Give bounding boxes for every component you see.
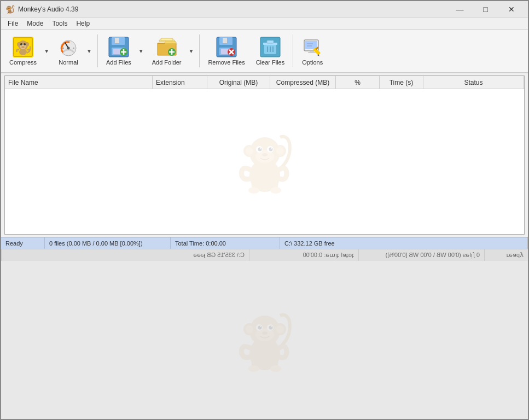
svg-point-81 <box>258 325 261 329</box>
options-label: Options <box>302 59 323 66</box>
sep-2 <box>199 34 200 67</box>
col-filename: File Name <box>5 76 153 89</box>
svg-point-68 <box>271 148 272 149</box>
svg-point-66 <box>269 147 272 151</box>
status-ready: Ready <box>1 237 45 249</box>
svg-rect-28 <box>161 38 173 40</box>
svg-point-60 <box>246 147 253 155</box>
add-folder-label: Add Folder <box>152 59 182 66</box>
svg-point-76 <box>246 325 253 333</box>
add-folder-button[interactable]: Add Folder <box>147 32 187 70</box>
options-icon <box>301 36 323 58</box>
compress-button[interactable]: Compress <box>4 32 42 70</box>
status-bar: Ready 0 files (0.00 MB / 0.00 MB [0.00%]… <box>1 237 528 249</box>
normal-button[interactable]: Normal <box>53 32 84 70</box>
col-ext: Extension <box>153 76 207 89</box>
remove-files-icon <box>216 36 237 58</box>
normal-arrow-icon: ▼ <box>86 48 92 54</box>
svg-point-82 <box>269 325 272 329</box>
svg-point-11 <box>19 49 27 55</box>
status-drive: C:\ 332.12 GB free <box>280 237 528 249</box>
svg-point-83 <box>260 326 261 327</box>
file-list-body <box>5 89 524 234</box>
content-area: File Name Extension Original (MB) Compre… <box>1 73 528 419</box>
add-files-icon <box>108 36 130 58</box>
svg-rect-21 <box>115 38 119 43</box>
remove-files-label: Remove Files <box>208 59 245 66</box>
status-files: 0 files (0.00 MB / 0.00 MB [0.00%]) <box>45 237 171 249</box>
normal-icon <box>57 36 79 58</box>
menu-mode[interactable]: Mode <box>22 18 48 30</box>
status-time: Total Time: 0:00.00 <box>171 237 280 249</box>
normal-label: Normal <box>59 59 78 66</box>
menu-help[interactable]: Help <box>72 18 94 30</box>
add-files-button[interactable]: Add Files <box>101 32 136 70</box>
compress-group: Compress ▼ <box>4 32 51 70</box>
file-list-header: File Name Extension Original (MB) Compre… <box>5 76 524 89</box>
minimize-button[interactable]: — <box>447 3 472 15</box>
add-folder-arrow-icon: ▼ <box>189 48 194 54</box>
compress-icon-svg <box>13 37 33 57</box>
menu-tools[interactable]: Tools <box>48 18 72 30</box>
title-controls: — □ ✕ <box>447 3 524 15</box>
main-window: 🐒 Monkey's Audio 4.39 — □ ✕ File Mode To… <box>0 0 529 420</box>
remove-files-button[interactable]: Remove Files <box>203 32 249 70</box>
svg-point-65 <box>258 147 261 151</box>
add-files-label: Add Files <box>106 59 131 66</box>
normal-group: Normal ▼ <box>53 32 94 70</box>
sep-3 <box>293 34 293 67</box>
status-bar-reflected: ʎpɐǝɹ 0 ʃᴉlǝs (0'00 WB \ 0'00 WB [0'00%]… <box>1 249 528 261</box>
normal-dropdown[interactable]: ▼ <box>84 32 94 70</box>
svg-point-9 <box>25 44 25 44</box>
file-list-container: File Name Extension Original (MB) Compre… <box>4 75 525 235</box>
svg-point-7 <box>24 43 26 45</box>
menu-file[interactable]: File <box>3 18 22 30</box>
remove-files-icon-svg <box>216 37 237 57</box>
title-left: 🐒 Monkey's Audio 4.39 <box>5 5 78 14</box>
svg-rect-34 <box>223 38 227 43</box>
add-folder-dropdown[interactable]: ▼ <box>187 32 196 70</box>
svg-rect-43 <box>267 40 274 43</box>
options-icon-svg <box>302 37 323 57</box>
maximize-button[interactable]: □ <box>473 3 498 15</box>
app-icon: 🐒 <box>5 5 15 14</box>
svg-point-70 <box>248 187 259 194</box>
col-comp: Compressed (MB) <box>270 76 336 89</box>
add-files-dropdown[interactable]: ▼ <box>136 32 146 70</box>
add-files-group: Add Files ▼ <box>101 32 146 70</box>
toolbar: Compress ▼ <box>1 30 528 73</box>
add-files-arrow-icon: ▼ <box>138 48 144 54</box>
svg-point-86 <box>248 365 259 372</box>
clear-files-icon <box>259 36 281 58</box>
add-folder-icon-svg <box>156 37 177 57</box>
normal-icon-svg <box>59 37 78 57</box>
svg-point-77 <box>276 325 284 333</box>
add-folder-group: Add Folder ▼ <box>147 32 196 70</box>
svg-point-61 <box>276 147 284 155</box>
menu-bar: File Mode Tools Help <box>1 18 528 30</box>
sep-1 <box>97 34 98 67</box>
add-files-icon-svg <box>108 37 129 57</box>
svg-point-6 <box>20 43 22 45</box>
col-time: Time (s) <box>380 76 423 89</box>
col-status: Status <box>423 76 524 89</box>
status-ready-2: ʎpɐǝɹ <box>484 249 528 261</box>
status-time-2: ʇoʇɐl ʇᴉɯǝ: 0:00'00 <box>249 249 358 261</box>
app-title: Monkey's Audio 4.39 <box>18 5 78 13</box>
watermark-monkey <box>232 126 298 197</box>
svg-point-8 <box>21 44 22 44</box>
svg-point-71 <box>270 187 281 194</box>
options-button[interactable]: Options <box>297 32 328 70</box>
svg-point-87 <box>270 365 281 372</box>
lower-watermark-monkey <box>229 305 300 376</box>
col-orig: Original (MB) <box>207 76 270 89</box>
svg-point-84 <box>271 326 272 327</box>
compress-dropdown[interactable]: ▼ <box>42 32 51 70</box>
clear-files-label: Clear Files <box>256 59 285 66</box>
clear-files-button[interactable]: Clear Files <box>251 32 290 70</box>
svg-point-15 <box>67 47 70 50</box>
close-button[interactable]: ✕ <box>499 3 524 15</box>
compress-arrow-icon: ▼ <box>44 48 49 54</box>
status-drive-2: C:\ 335'15 GB ɟɹǝǝ <box>1 249 249 261</box>
compress-icon <box>12 36 34 58</box>
